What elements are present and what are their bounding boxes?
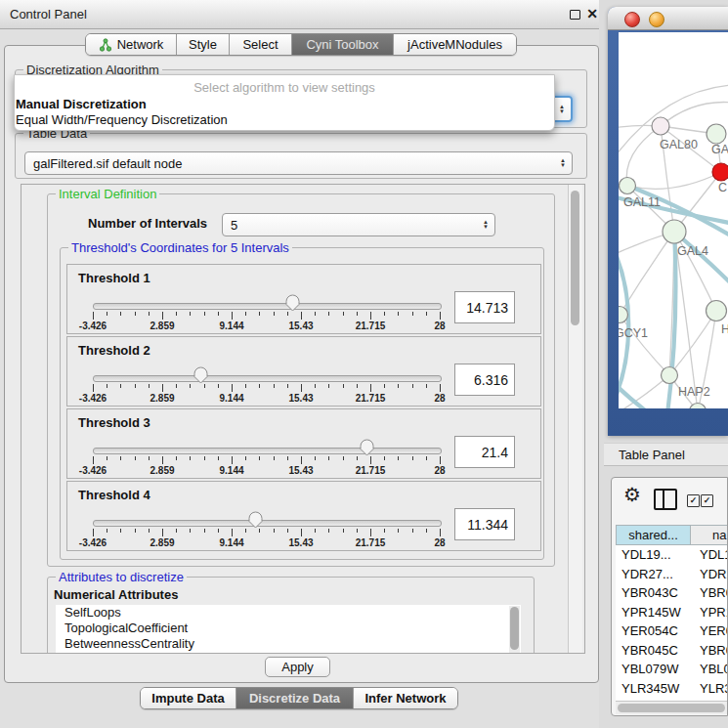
- network-node[interactable]: [712, 163, 728, 181]
- slider-track[interactable]: [93, 448, 442, 454]
- table-row[interactable]: YPR145WYPR1: [616, 603, 728, 622]
- slider-tick: [328, 312, 329, 316]
- slider-scale-label: 15.43: [279, 321, 322, 331]
- table-cell-name[interactable]: YLR3: [691, 681, 728, 696]
- slider-tick: [357, 456, 358, 460]
- tab-impute-data[interactable]: Impute Data: [141, 688, 236, 708]
- dropdown-item-equal-width[interactable]: Equal Width/Frequency Discretization: [16, 112, 228, 127]
- slider-scale-label: 9.144: [210, 321, 253, 331]
- network-node[interactable]: [662, 367, 678, 384]
- slider-tick: [120, 312, 121, 316]
- table-hscrollbar-thumb[interactable]: [618, 704, 725, 712]
- tab-style[interactable]: Style: [176, 34, 229, 55]
- table-cell-shared-name[interactable]: YBR043C: [616, 585, 691, 600]
- table-row[interactable]: YBL079WYBL0: [616, 660, 728, 679]
- table-cell-name[interactable]: YER0: [691, 623, 728, 638]
- slider-tick: [232, 384, 233, 392]
- slider-tick: [274, 529, 275, 533]
- table-cell-name[interactable]: YDL1: [691, 547, 728, 562]
- slider-tick: [398, 312, 399, 316]
- table-row[interactable]: YLR345WYLR3: [616, 679, 728, 699]
- slider-thumb[interactable]: [193, 365, 209, 384]
- minimize-traffic-light[interactable]: [649, 12, 664, 27]
- close-icon[interactable]: ✕: [586, 6, 598, 21]
- tab-select[interactable]: Select: [229, 34, 291, 55]
- slider-scale-label: 2.859: [141, 393, 184, 404]
- slider-thumb[interactable]: [247, 510, 264, 529]
- slider-tick: [232, 312, 233, 320]
- column-header-shared-name[interactable]: shared...: [616, 525, 691, 545]
- table-cell-shared-name[interactable]: YPR145W: [616, 605, 691, 620]
- num-intervals-combobox[interactable]: 5 ▲▼: [222, 213, 495, 236]
- attribute-item[interactable]: BetweennessCentrality: [56, 636, 521, 652]
- float-window-icon[interactable]: [570, 10, 580, 20]
- table-cell-shared-name[interactable]: YBR045C: [616, 643, 691, 658]
- network-node[interactable]: [663, 220, 686, 243]
- threshold-value-input[interactable]: [454, 364, 515, 396]
- control-panel: Control Panel ✕ Discretization Algorithm…: [0, 0, 604, 728]
- column-header-name[interactable]: na: [691, 525, 728, 545]
- table-cell-shared-name[interactable]: YBL079W: [616, 662, 691, 676]
- network-node[interactable]: [707, 124, 726, 144]
- attribute-item[interactable]: TopologicalCoefficient: [56, 621, 521, 636]
- table-cell-name[interactable]: YBR0: [691, 643, 728, 658]
- network-node[interactable]: [707, 301, 727, 321]
- network-window-titlebar[interactable]: [608, 7, 728, 30]
- slider-tick: [149, 529, 150, 533]
- table-row[interactable]: YDR27...YDR2: [616, 565, 728, 584]
- dropdown-item-manual-discretization[interactable]: Manual Discretization: [16, 97, 147, 111]
- tab-infer-network[interactable]: Infer Network: [353, 688, 457, 708]
- slider-tick: [120, 384, 121, 388]
- table-row[interactable]: YDL19...YDL1: [616, 545, 728, 565]
- slider-track[interactable]: [93, 520, 442, 527]
- slider-scale-label: 9.144: [210, 465, 253, 476]
- threshold-value-input[interactable]: [454, 436, 515, 468]
- tab-jactivemnodules[interactable]: jActiveMNodules: [393, 34, 516, 55]
- network-node[interactable]: [652, 117, 669, 135]
- slider-tick: [384, 529, 385, 533]
- pane-scrollbar[interactable]: [568, 185, 582, 653]
- gear-icon[interactable]: ⚙: [623, 483, 641, 506]
- apply-button[interactable]: Apply: [265, 657, 330, 677]
- threshold-value-input[interactable]: [454, 291, 515, 323]
- zoom-traffic-light[interactable]: [673, 12, 687, 25]
- tab-discretize-data[interactable]: Discretize Data: [236, 688, 353, 708]
- table-cell-shared-name[interactable]: YDL19...: [616, 547, 691, 562]
- tab-cyni-toolbox[interactable]: Cyni Toolbox: [291, 34, 393, 55]
- table-hscrollbar[interactable]: [616, 701, 728, 714]
- table-row[interactable]: YBR045CYBR0: [616, 641, 728, 661]
- table-cell-name[interactable]: YBR0: [691, 585, 728, 600]
- slider-tick: [218, 456, 219, 460]
- table-row[interactable]: YBR043CYBR0: [616, 583, 728, 603]
- table-cell-name[interactable]: YDR2: [691, 567, 728, 581]
- slider-thumb[interactable]: [359, 438, 375, 456]
- slider-tick: [176, 384, 177, 388]
- network-edge: [627, 172, 721, 189]
- slider-tick: [301, 384, 302, 392]
- slider-tick: [176, 529, 177, 533]
- pane-scrollbar-thumb[interactable]: [571, 191, 579, 325]
- slider-track[interactable]: [93, 375, 442, 382]
- slider-track[interactable]: [93, 303, 442, 310]
- checkbox-icon[interactable]: ✓: [701, 494, 713, 507]
- table-data-combobox[interactable]: galFiltered.sif default node ▲▼: [24, 151, 573, 175]
- slider-tick: [135, 456, 136, 460]
- control-panel-body: Discretization Algorithm ▲▼ Table Data g…: [4, 45, 599, 683]
- table-cell-name[interactable]: YPR1: [691, 605, 728, 620]
- slider-thumb[interactable]: [284, 293, 301, 312]
- table-cell-shared-name[interactable]: YER054C: [616, 623, 691, 638]
- table-cell-name[interactable]: YBL0: [691, 662, 728, 676]
- table-row[interactable]: YER054CYER0: [616, 621, 728, 641]
- checkbox-icon[interactable]: ✓: [687, 494, 700, 507]
- attribute-item[interactable]: SelfLoops: [56, 605, 521, 621]
- table-cell-shared-name[interactable]: YLR345W: [616, 681, 691, 696]
- table-cell-shared-name[interactable]: YDR27...: [616, 567, 691, 581]
- network-icon: [99, 38, 112, 52]
- threshold-value-input[interactable]: [454, 508, 515, 540]
- tab-network[interactable]: Network: [86, 34, 176, 55]
- network-canvas[interactable]: GAL80GACGAL11GAL4GCY1HHAP2: [619, 32, 728, 408]
- list-scrollbar[interactable]: [509, 606, 520, 654]
- close-traffic-light[interactable]: [624, 12, 640, 27]
- column-layout-icon[interactable]: [654, 489, 677, 510]
- network-node[interactable]: [620, 178, 636, 194]
